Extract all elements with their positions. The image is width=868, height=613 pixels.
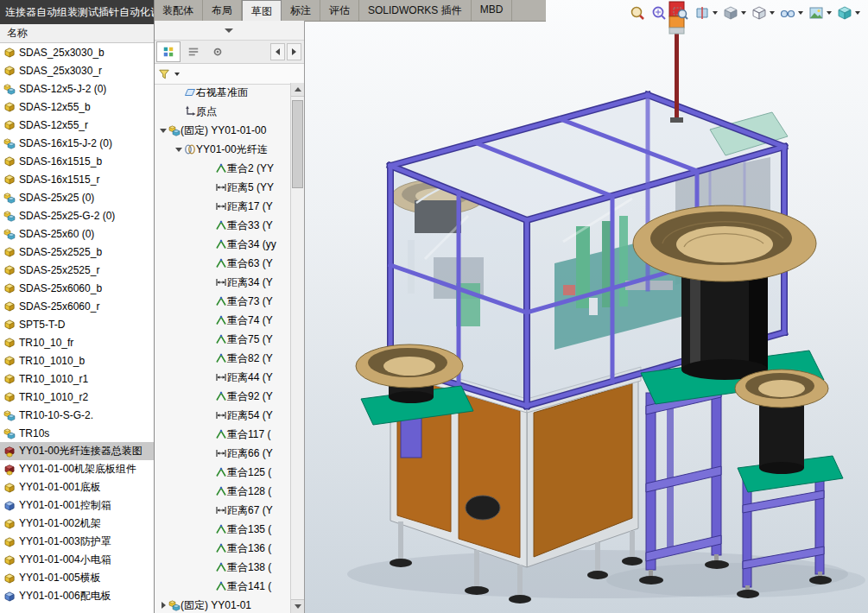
assembly-icon (3, 228, 16, 240)
list-item[interactable]: TR10_10_fr (0, 333, 154, 351)
tree-item[interactable]: 重合74 (Y (154, 311, 291, 330)
list-item[interactable]: SDAS-12x5-J-2 (0) (0, 79, 154, 98)
tree-item[interactable]: 重合75 (Y (154, 330, 291, 349)
list-item[interactable]: YY01-01-002机架 (0, 515, 154, 533)
part-label: YY01-01-002机架 (19, 516, 101, 531)
list-item[interactable]: TR10-10-S-G-2. (0, 406, 154, 424)
apply-scene-button[interactable] (807, 4, 833, 22)
collapse-arrow-icon[interactable] (159, 601, 168, 610)
scroll-down-button[interactable] (291, 599, 304, 613)
zoom-area-button[interactable] (671, 4, 690, 22)
list-item[interactable]: YY01-01-004小电箱 (0, 551, 154, 569)
tree-item[interactable]: 距离17 (Y (154, 197, 291, 216)
tree-label: 重合74 (Y (227, 313, 273, 328)
tree-item[interactable]: 重合63 (Y (154, 254, 291, 273)
tree-item[interactable]: 重合117 ( (154, 425, 291, 444)
tree-item[interactable]: 重合33 (Y (154, 216, 291, 235)
list-item[interactable]: SDAS-16x15-J-2 (0) (0, 134, 154, 152)
list-item[interactable]: YY01-01-001控制箱 (0, 496, 154, 515)
tree-item[interactable]: 重合141 ( (154, 577, 291, 596)
list-item[interactable]: SDAS-25x2525_r (0, 261, 154, 279)
graphics-area[interactable] (304, 0, 868, 613)
tree-item[interactable]: 重合2 (YY (154, 159, 291, 178)
tree-item[interactable]: 距离44 (Y (154, 368, 291, 387)
list-item[interactable]: YY01-01-003防护罩 (0, 533, 154, 551)
tab-布局[interactable]: 布局 (203, 0, 242, 21)
list-item[interactable]: SDAS_25x3030_b (0, 43, 154, 61)
scroll-up-button[interactable] (291, 83, 304, 97)
arrow-spacer (206, 183, 215, 193)
ribbon-collapse-strip[interactable] (154, 21, 304, 41)
tree-item[interactable]: (固定) YY01-01 (154, 596, 291, 613)
list-item[interactable]: SDAS-25x6060_r (0, 297, 154, 315)
parts-list: SDAS_25x3030_bSDAS_25x3030_rSDAS-12x5-J-… (0, 43, 154, 613)
list-item[interactable]: SDAS-25x6060_b (0, 279, 154, 297)
tab-评估[interactable]: 评估 (320, 0, 359, 21)
tree-item[interactable]: 原点 (154, 102, 291, 121)
list-item[interactable]: SDAS-16x1515_r (0, 170, 154, 188)
name-column-header[interactable]: 名称 (0, 24, 154, 43)
tree-item[interactable]: 距离54 (Y (154, 406, 291, 425)
list-item[interactable]: SPT5-T-D (0, 315, 154, 333)
tab-SOLIDWORKS 插件[interactable]: SOLIDWORKS 插件 (359, 0, 472, 21)
list-item[interactable]: TR10_1010_b (0, 351, 154, 370)
list-item[interactable]: TR10_1010_r2 (0, 388, 154, 406)
list-item[interactable]: YY01-01-001底板 (0, 478, 154, 496)
list-item[interactable]: SDAS-25x25-G-2 (0) (0, 206, 154, 224)
tab-标注[interactable]: 标注 (282, 0, 320, 21)
tree-scrollbar[interactable] (290, 83, 304, 613)
tab-design-tree[interactable] (156, 41, 181, 62)
tab-草图[interactable]: 草图 (242, 0, 282, 21)
list-item[interactable]: SDAS_25x3030_r (0, 61, 154, 79)
scrollbar-thumb[interactable] (292, 100, 303, 188)
panel-prev-button[interactable] (270, 43, 285, 60)
tree-item[interactable]: 重合128 ( (154, 482, 291, 501)
list-item[interactable]: YY01-01-005横板 (0, 569, 154, 587)
display-style-button[interactable] (750, 4, 776, 22)
tree-item[interactable]: (固定) YY01-01-00 (154, 121, 291, 140)
list-item[interactable]: TR10_1010_r1 (0, 370, 154, 388)
list-item[interactable]: SDAS-12x55_r (0, 116, 154, 134)
tree-item[interactable]: 重合34 (yy (154, 235, 291, 254)
list-item[interactable]: YY01-00光纤连接器总装图 (0, 442, 154, 460)
tree-item[interactable]: 距离34 (Y (154, 273, 291, 292)
tree-item[interactable]: 右视基准面 (154, 83, 291, 102)
hide-show-items-button[interactable] (778, 4, 804, 22)
coincident-icon (215, 580, 227, 592)
tab-propertymanager[interactable] (182, 42, 205, 61)
tree-item[interactable]: 重合73 (Y (154, 292, 291, 311)
magnifier-button[interactable] (628, 4, 647, 22)
tab-装配体[interactable]: 装配体 (154, 0, 203, 21)
tree-item[interactable]: 距离5 (YY (154, 178, 291, 197)
tab-MBD[interactable]: MBD (472, 0, 513, 21)
featuremanager-tabs (154, 41, 304, 64)
tree-item[interactable]: 重合92 (Y (154, 387, 291, 406)
panel-next-button[interactable] (287, 43, 301, 60)
tree-item[interactable]: 距离66 (Y (154, 444, 291, 463)
tree-item[interactable]: 重合135 ( (154, 520, 291, 539)
expand-arrow-icon[interactable] (174, 145, 184, 155)
tree-item[interactable]: 重合138 ( (154, 558, 291, 577)
tree-item[interactable]: 重合125 ( (154, 463, 291, 482)
tree-filter[interactable] (154, 64, 304, 85)
list-item[interactable]: SDAS-25x60 (0) (0, 224, 154, 243)
tree-item[interactable]: 重合136 ( (154, 539, 291, 558)
list-item[interactable]: SDAS-12x55_b (0, 98, 154, 116)
tree-item[interactable]: YY01-00光纤连 (154, 140, 291, 159)
tab-configurations[interactable] (206, 42, 229, 61)
list-item[interactable]: SDAS-25x2525_b (0, 243, 154, 261)
list-item[interactable]: YY01-01-00机架底板组件 (0, 460, 154, 478)
zoom-fit-button[interactable] (649, 4, 668, 22)
tree-item[interactable]: 距离67 (Y (154, 501, 291, 520)
view-settings-button[interactable] (835, 4, 861, 22)
list-item[interactable]: SDAS-25x25 (0) (0, 188, 154, 206)
tree-item[interactable]: 重合82 (Y (154, 349, 291, 368)
list-item[interactable]: YY01-01-006配电板 (0, 587, 154, 605)
part-label: SDAS-25x60 (0) (19, 228, 94, 240)
list-item[interactable]: SDAS-16x1515_b (0, 152, 154, 170)
section-view-button[interactable] (693, 4, 719, 22)
view-orientation-button[interactable] (721, 4, 747, 22)
arrow-spacer (206, 506, 215, 515)
list-item[interactable]: TR10s (0, 424, 154, 442)
expand-arrow-icon[interactable] (159, 126, 168, 136)
